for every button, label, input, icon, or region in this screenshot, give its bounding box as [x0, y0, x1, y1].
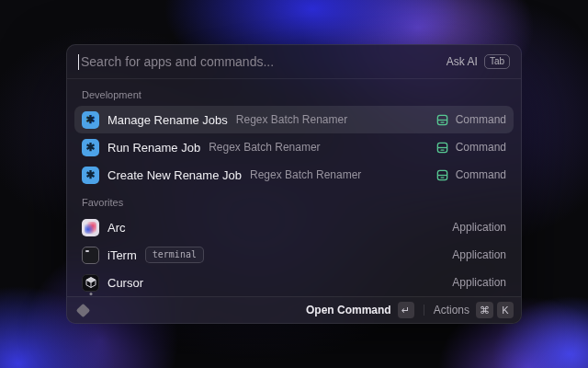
tab-keycap: Tab — [484, 54, 510, 69]
list-item-create-new-rename-job[interactable]: ✱ Create New Rename Job Regex Batch Rena… — [74, 161, 514, 189]
cursor-app-icon — [82, 274, 99, 292]
footer-divider — [424, 305, 424, 316]
item-type-label: Command — [456, 113, 506, 126]
command-icon — [435, 113, 449, 127]
search-input[interactable]: Search for apps and commands... — [81, 54, 447, 69]
section-header-development: Development — [74, 81, 514, 106]
regex-batch-renamer-icon: ✱ — [82, 167, 99, 184]
asterisk-glyph: ✱ — [85, 168, 95, 181]
asterisk-glyph: ✱ — [85, 141, 95, 154]
action-bar: Open Command ↵ Actions ⌘ K — [67, 296, 521, 323]
item-title: iTerm — [107, 248, 137, 262]
list-item-manage-rename-jobs[interactable]: ✱ Manage Rename Jobs Regex Batch Renamer… — [74, 106, 514, 133]
item-title: Arc — [107, 221, 126, 235]
asterisk-glyph: ✱ — [85, 113, 95, 126]
item-type-label: Application — [452, 221, 506, 234]
running-indicator-dot — [89, 293, 92, 295]
item-subtitle: Regex Batch Renamer — [236, 113, 347, 126]
command-icon — [435, 141, 449, 155]
item-subtitle: Regex Batch Renamer — [250, 168, 361, 181]
item-type-label: Application — [452, 248, 506, 261]
alias-badge: terminal — [145, 247, 204, 263]
open-command-button[interactable]: Open Command ↵ — [306, 302, 414, 318]
command-icon — [435, 168, 449, 182]
list-item-iterm[interactable]: iTerm terminal Application — [74, 241, 514, 269]
launcher-window: Search for apps and commands... Ask AI T… — [66, 44, 522, 324]
ask-ai-label: Ask AI — [447, 55, 478, 68]
list-item-arc[interactable]: Arc Application — [74, 213, 514, 241]
item-type-label: Application — [452, 276, 506, 289]
section-header-favorites: Favorites — [74, 189, 514, 213]
item-title: Run Rename Job — [107, 141, 200, 155]
regex-batch-renamer-icon: ✱ — [82, 139, 99, 156]
item-type-label: Command — [456, 168, 506, 181]
terminal-prompt-mark — [85, 250, 89, 252]
ask-ai-button[interactable]: Ask AI Tab — [447, 54, 510, 69]
item-subtitle: Regex Batch Renamer — [209, 141, 320, 154]
cmd-keycap: ⌘ — [476, 302, 493, 318]
list-item-cursor[interactable]: Cursor Application — [74, 269, 514, 296]
item-type-label: Command — [456, 141, 506, 154]
item-title: Manage Rename Jobs — [107, 113, 228, 127]
raycast-logo-icon — [76, 303, 91, 317]
actions-button[interactable]: Actions ⌘ K — [434, 302, 514, 318]
arc-logo — [85, 222, 96, 234]
return-keycap: ↵ — [398, 302, 414, 318]
text-caret — [78, 54, 79, 70]
results-list: Development ✱ Manage Rename Jobs Regex B… — [67, 79, 521, 296]
search-bar[interactable]: Search for apps and commands... Ask AI T… — [67, 45, 521, 79]
iterm-app-icon — [82, 247, 99, 264]
open-command-label: Open Command — [306, 304, 391, 316]
item-title: Create New Rename Job — [107, 168, 242, 182]
list-item-run-rename-job[interactable]: ✱ Run Rename Job Regex Batch Renamer Com… — [74, 133, 514, 161]
regex-batch-renamer-icon: ✱ — [82, 111, 99, 129]
actions-label: Actions — [434, 304, 469, 316]
k-keycap: K — [497, 302, 514, 318]
item-title: Cursor — [107, 276, 143, 290]
arc-app-icon — [82, 219, 99, 236]
